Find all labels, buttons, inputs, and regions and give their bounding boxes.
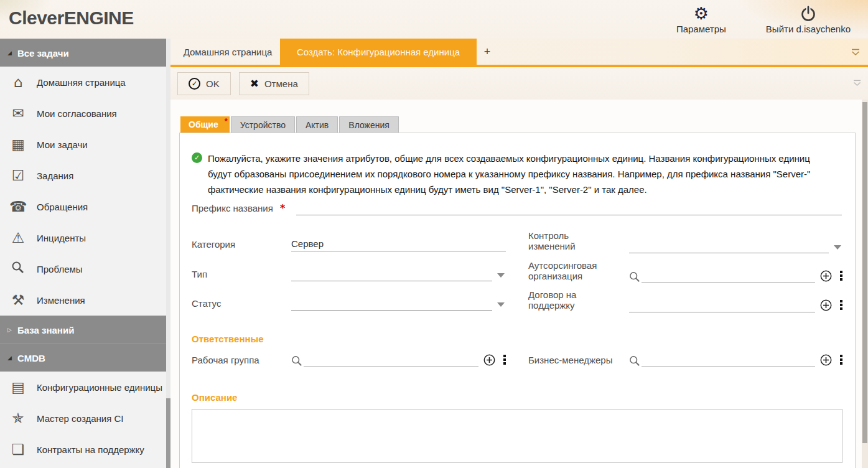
sidebar-item-label: Конфигурационные единицы <box>37 382 162 393</box>
form-tab-attachments[interactable]: Вложения <box>339 116 399 133</box>
prefix-input[interactable] <box>296 201 842 215</box>
content-scrollbar[interactable] <box>862 100 868 468</box>
required-asterisk: * <box>280 202 296 215</box>
outsourcing-org-input[interactable] <box>642 269 815 283</box>
add-circle-icon[interactable] <box>820 299 832 311</box>
sidebar-item-my-tasks[interactable]: ▦ Мои задачи <box>0 129 166 160</box>
support-contract-input[interactable] <box>629 298 815 312</box>
section-label: CMDB <box>17 353 45 363</box>
header-actions: ⚙ Параметры Выйти d.isaychenko <box>676 5 851 34</box>
sidebar-item-label: Мои согласования <box>37 108 117 119</box>
form-tab-device[interactable]: Устройство <box>231 116 295 133</box>
ci-box-icon: ▤ <box>7 380 29 395</box>
outsourcing-org-label: Аутсорсинговая организация <box>528 260 629 283</box>
sidebar-item-assignments[interactable]: ☑ Задания <box>0 160 166 191</box>
sidebar-item-label: Домашняя страница <box>37 77 126 88</box>
form-tab-label: Общие <box>189 119 218 129</box>
sidebar-scrollbar[interactable] <box>166 39 170 468</box>
settings-button[interactable]: ⚙ Параметры <box>676 5 726 34</box>
form-tab-asset[interactable]: Актив <box>296 116 338 133</box>
info-message-row: ✓ Пожалуйста, укажите значения атрибутов… <box>192 151 835 197</box>
cancel-x-icon: ✖ <box>250 78 259 89</box>
field-row-workgroup: Рабочая группа <box>192 342 506 367</box>
more-options-icon[interactable] <box>840 271 842 281</box>
logout-button[interactable]: Выйти d.isaychenko <box>766 5 851 34</box>
search-icon[interactable] <box>629 355 640 367</box>
gear-icon: ⚙ <box>694 5 709 22</box>
workgroup-label: Рабочая группа <box>192 355 291 367</box>
sidebar-item-calls[interactable]: ☎ Обращения <box>0 191 166 222</box>
category-input[interactable] <box>291 237 506 251</box>
sidebar-item-incidents[interactable]: ⚠ Инциденты <box>0 222 166 253</box>
change-control-input[interactable] <box>629 239 829 253</box>
app-logo: CleverENGINE <box>9 7 134 29</box>
category-label: Категория <box>192 239 291 251</box>
tab-home-page[interactable]: Домашняя страница <box>175 39 280 65</box>
home-icon: ⌂ <box>7 75 29 90</box>
add-circle-icon[interactable] <box>820 354 832 366</box>
sidebar-item-home[interactable]: ⌂ Домашняя страница <box>0 67 166 98</box>
more-options-icon[interactable] <box>503 355 506 365</box>
cancel-button[interactable]: ✖ Отмена <box>239 72 309 95</box>
support-contract-label: Договор на поддержку <box>528 289 629 312</box>
checklist-icon: ☑ <box>7 169 29 183</box>
sidebar-section-knowledge-base[interactable]: ▷ База знаний <box>0 316 166 344</box>
collapse-tabbar-icon[interactable] <box>851 49 861 56</box>
type-label: Тип <box>192 269 291 281</box>
more-options-icon[interactable] <box>840 300 842 310</box>
new-tab-button[interactable]: + <box>477 39 498 65</box>
description-textarea[interactable] <box>192 409 842 463</box>
sidebar-section-cmdb[interactable]: ◢ CMDB <box>0 344 166 372</box>
status-input[interactable] <box>291 296 492 311</box>
certificate-icon: ❏ <box>7 442 29 457</box>
success-check-icon: ✓ <box>192 152 202 163</box>
add-circle-icon[interactable] <box>483 354 495 366</box>
status-label: Статус <box>192 298 291 311</box>
chevron-down-icon[interactable] <box>497 273 505 278</box>
form-tab-general[interactable]: Общие * <box>180 116 230 133</box>
sidebar-section-all-tasks[interactable]: ◢ Все задачи <box>0 39 166 67</box>
sidebar-item-label: Изменения <box>37 295 85 306</box>
tools-icon: ⚒ <box>7 293 29 307</box>
business-managers-input[interactable] <box>642 353 815 367</box>
expander-expanded-icon: ◢ <box>7 50 12 56</box>
more-options-icon[interactable] <box>840 355 842 365</box>
expander-collapsed-icon: ▷ <box>7 327 12 333</box>
wizard-wand-icon: ✯ <box>7 411 29 426</box>
sidebar-item-configuration-items[interactable]: ▤ Конфигурационные единицы <box>0 372 166 403</box>
sidebar-item-label: Обращения <box>37 202 88 212</box>
approval-letter-icon: ✉ <box>7 106 29 121</box>
sidebar-item-ci-wizard[interactable]: ✯ Мастер создания CI <box>0 403 166 434</box>
content-scrollbar-thumb[interactable] <box>862 102 867 443</box>
cancel-button-label: Отмена <box>264 78 298 89</box>
field-row-prefix: Префикс названия * <box>192 197 842 215</box>
tab-create-configuration-item[interactable]: Создать: Конфигурационная единица <box>280 39 477 65</box>
collapse-toolbar-icon[interactable] <box>852 80 862 87</box>
sidebar-item-label: Мои задачи <box>37 139 88 150</box>
form-panel: ✓ Пожалуйста, укажите значения атрибутов… <box>179 133 856 468</box>
chevron-down-icon[interactable] <box>497 302 505 307</box>
field-row-status: Статус <box>192 286 506 311</box>
sidebar-item-my-approvals[interactable]: ✉ Мои согласования <box>0 98 166 129</box>
sidebar-item-problems[interactable]: Проблемы <box>0 253 166 284</box>
field-row-outsourcing-org: Аутсорсинговая организация <box>528 258 842 283</box>
add-circle-icon[interactable] <box>820 270 832 282</box>
sidebar-item-changes[interactable]: ⚒ Изменения <box>0 284 166 316</box>
form-tabs: Общие * Устройство Актив Вложения <box>180 116 400 133</box>
document-tabbar: Домашняя страница Создать: Конфигурацион… <box>170 39 868 67</box>
ok-button[interactable]: ✓ OK <box>177 72 231 95</box>
field-row-business-managers: Бизнес-менеджеры <box>528 342 842 367</box>
workgroup-input[interactable] <box>304 353 478 367</box>
sidebar-item-label: Задания <box>37 171 73 181</box>
search-icon[interactable] <box>629 271 640 283</box>
incident-alert-icon: ⚠ <box>7 231 29 245</box>
sidebar-nav: ◢ Все задачи ⌂ Домашняя страница ✉ Мои с… <box>0 39 166 468</box>
sidebar-item-support-contracts[interactable]: ❏ Контракты на поддержку <box>0 434 166 465</box>
search-icon[interactable] <box>291 355 302 367</box>
required-asterisk: * <box>225 116 228 126</box>
type-input[interactable] <box>291 267 492 281</box>
chevron-down-icon[interactable] <box>834 245 841 250</box>
sidebar-scrollbar-thumb[interactable] <box>166 398 170 468</box>
phone-icon: ☎ <box>7 200 29 214</box>
power-icon <box>800 5 817 22</box>
